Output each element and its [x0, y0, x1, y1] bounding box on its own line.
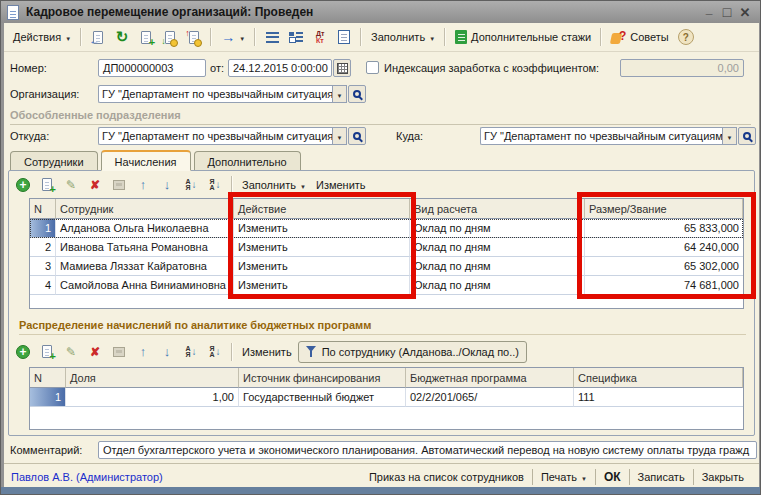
from-dropdown-button[interactable] [332, 127, 347, 145]
tips-button[interactable]: Советы [607, 28, 672, 47]
copy-document-button[interactable]: + [135, 27, 157, 47]
comment-field[interactable]: Отдел бухгалтерского учета и экономическ… [98, 441, 757, 459]
from-search-button[interactable] [348, 127, 366, 145]
document-register-button[interactable] [333, 27, 355, 47]
organization-combo[interactable]: ГУ "Департамент по чрезвычайным ситуация [98, 85, 366, 103]
row-number-cell[interactable]: 3 [30, 257, 56, 276]
organization-search-button[interactable] [348, 85, 366, 103]
close-button[interactable] [736, 5, 754, 20]
column-header-action[interactable]: Действие [234, 199, 410, 219]
move-down-button[interactable] [156, 342, 178, 362]
sort-desc-button[interactable] [204, 342, 226, 362]
amount-cell[interactable]: 74 681,000 [585, 276, 743, 295]
edit-row-button[interactable] [60, 342, 82, 362]
column-header-program[interactable]: Бюджетная программа [406, 368, 574, 388]
refresh-button[interactable] [111, 27, 133, 47]
reread-document-button[interactable]: ← [87, 27, 109, 47]
specifics-cell[interactable]: 111 [574, 388, 743, 407]
program-cell[interactable]: 02/2/201/065/ [406, 388, 574, 407]
save-button[interactable]: Записать [630, 464, 693, 489]
by-employee-button[interactable]: По сотруднику (Алданова../Оклад по..) [298, 341, 527, 363]
amount-cell[interactable]: 65 302,000 [585, 257, 743, 276]
calc-type-cell[interactable]: Оклад по дням [410, 276, 585, 295]
action-cell[interactable]: Изменить [234, 276, 410, 295]
calc-type-cell[interactable]: Оклад по дням [410, 257, 585, 276]
source-cell[interactable]: Государственный бюджет [239, 388, 406, 407]
action-cell[interactable]: Изменить [234, 219, 410, 238]
fill-button[interactable]: Заполнить [367, 29, 439, 45]
table-row[interactable]: 3 Мамиева Ляззат Кайратовна Изменить Окл… [30, 257, 743, 276]
action-cell[interactable]: Изменить [234, 257, 410, 276]
indexation-checkbox[interactable] [366, 61, 379, 74]
minimize-button[interactable] [700, 5, 718, 19]
column-header-amount[interactable]: Размер/Звание [585, 199, 743, 219]
row-number-cell[interactable]: 2 [30, 238, 56, 257]
column-header-calc-type[interactable]: Вид расчета [410, 199, 585, 219]
additional-tenures-button[interactable]: Дополнительные стажи [451, 28, 595, 46]
copy-row-button[interactable]: + [36, 342, 58, 362]
employee-list-order-button[interactable]: Приказ на список сотрудников [361, 464, 532, 489]
employee-cell[interactable]: Самойлова Анна Виниаминовна [56, 276, 234, 295]
close-window-button[interactable]: Закрыть [694, 464, 752, 489]
sort-asc-button[interactable] [180, 175, 202, 195]
ok-button[interactable]: ОК [596, 464, 629, 489]
calc-type-cell[interactable]: Оклад по дням [410, 219, 585, 238]
column-header-employee[interactable]: Сотрудник [56, 199, 234, 219]
add-row-button[interactable] [12, 342, 34, 362]
tab-accruals[interactable]: Начисления [101, 150, 191, 171]
to-combo[interactable]: ГУ "Департамент по чрезвычайным ситуация… [480, 127, 756, 145]
row-number-cell[interactable]: 4 [30, 276, 56, 295]
column-header-share[interactable]: Доля [66, 368, 239, 388]
post-document-button[interactable]: ↓ [159, 27, 181, 47]
edit-row-button[interactable] [60, 175, 82, 195]
document-movements-button[interactable] [285, 27, 307, 47]
table-row[interactable]: 1 1,00 Государственный бюджет 02/2/201/0… [30, 388, 743, 407]
delete-row-button[interactable] [84, 342, 106, 362]
date-field[interactable]: 24.12.2015 0:00:00 [228, 59, 332, 77]
end-edit-button[interactable] [108, 342, 130, 362]
from-combo[interactable]: ГУ "Департамент по чрезвычайным ситуация [98, 127, 366, 145]
row-number-cell[interactable]: 1 [30, 219, 56, 238]
row-number-cell[interactable]: 1 [30, 388, 66, 407]
end-edit-button[interactable] [108, 175, 130, 195]
accruals-fill-button[interactable]: Заполнить [238, 177, 310, 193]
to-dropdown-button[interactable] [722, 127, 737, 145]
amount-cell[interactable]: 64 240,000 [585, 238, 743, 257]
add-row-button[interactable] [12, 175, 34, 195]
unpost-document-button[interactable]: ↑ [183, 27, 205, 47]
actions-button[interactable]: Действия [9, 29, 75, 45]
organization-dropdown-button[interactable] [332, 85, 347, 103]
go-to-button[interactable] [217, 27, 249, 47]
tab-employees[interactable]: Сотрудники [10, 151, 98, 170]
sort-desc-button[interactable] [204, 175, 226, 195]
employee-cell[interactable]: Мамиева Ляззат Кайратовна [56, 257, 234, 276]
number-field[interactable]: ДП000000003 [98, 59, 206, 77]
subordination-structure-button[interactable] [261, 27, 283, 47]
table-row[interactable]: 2 Иванова Татьяна Романовна Изменить Окл… [30, 238, 743, 257]
employee-cell[interactable]: Алданова Ольга Николаевна [56, 219, 234, 238]
move-down-button[interactable] [156, 175, 178, 195]
calendar-button[interactable] [333, 59, 351, 77]
sort-asc-button[interactable] [180, 342, 202, 362]
share-cell[interactable]: 1,00 [66, 388, 239, 407]
help-button[interactable] [675, 27, 697, 47]
copy-row-button[interactable]: + [36, 175, 58, 195]
table-row[interactable]: 1 Алданова Ольга Николаевна Изменить Окл… [30, 219, 743, 238]
column-header-n[interactable]: N [30, 199, 56, 219]
distribution-change-button[interactable]: Изменить [238, 344, 296, 360]
table-row[interactable]: 4 Самойлова Анна Виниаминовна Изменить О… [30, 276, 743, 295]
maximize-button[interactable] [718, 4, 736, 20]
tab-additional[interactable]: Дополнительно [194, 151, 301, 170]
move-up-button[interactable] [132, 175, 154, 195]
action-cell[interactable]: Изменить [234, 238, 410, 257]
column-header-source[interactable]: Источник финансирования [239, 368, 406, 388]
column-header-specifics[interactable]: Специфика [574, 368, 743, 388]
dtkt-button[interactable] [309, 27, 331, 47]
move-up-button[interactable] [132, 342, 154, 362]
accruals-change-button[interactable]: Изменить [312, 177, 370, 193]
to-search-button[interactable] [738, 127, 756, 145]
amount-cell[interactable]: 65 833,000 [585, 219, 743, 238]
column-header-n[interactable]: N [30, 368, 66, 388]
print-button[interactable]: Печать [533, 464, 595, 489]
employee-cell[interactable]: Иванова Татьяна Романовна [56, 238, 234, 257]
